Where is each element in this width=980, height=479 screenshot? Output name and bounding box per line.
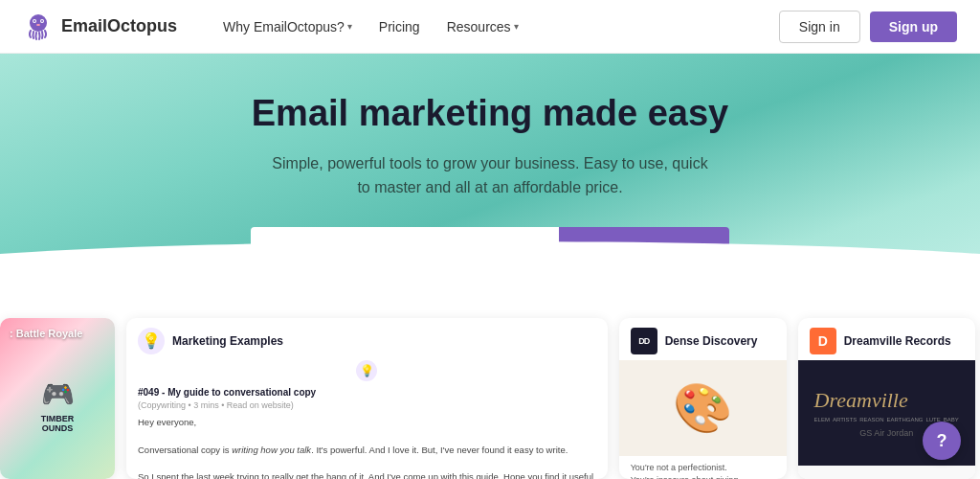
signup-button[interactable]: Sign up — [870, 11, 957, 42]
chevron-down-icon: ▾ — [347, 21, 352, 32]
marketing-body: Hey everyone, Conversational copy is wri… — [138, 416, 596, 479]
dreamville-logo: D — [810, 328, 836, 354]
marketing-highlight: #049 - My guide to conversational copy — [138, 385, 596, 399]
dense-logo: DD — [631, 328, 657, 354]
svg-point-3 — [33, 20, 35, 22]
card-dense-discovery: DD Dense Discovery 🎨 You're not a perfec… — [619, 318, 787, 479]
dreamville-title: Dreamville Records — [844, 334, 951, 348]
nav-pricing[interactable]: Pricing — [368, 13, 432, 40]
nav-why-emailoctopus[interactable]: Why EmailOctopus? ▾ — [212, 13, 364, 40]
battle-royale-label: : Battle Royale — [0, 318, 115, 349]
signin-button[interactable]: Sign in — [779, 11, 860, 43]
hero-subtitle: Simple, powerful tools to grow your busi… — [270, 151, 710, 200]
card-battle-royale: 🎮 TIMBEROUNDS : Battle Royale — [0, 318, 115, 479]
dense-image: 🎨 — [619, 360, 787, 456]
card-marketing-header: 💡 Marketing Examples — [126, 318, 608, 360]
hero-section: Email marketing made easy Simple, powerf… — [0, 54, 980, 299]
dense-body: You're not a perfectionist. You're insec… — [619, 456, 787, 479]
navbar: EmailOctopus Why EmailOctopus? ▾ Pricing… — [0, 0, 980, 54]
card-marketing-examples: 💡 Marketing Examples 💡 #049 - My guide t… — [126, 318, 608, 479]
marketing-content: 💡 #049 - My guide to conversational copy… — [126, 360, 608, 479]
marketing-sub-icon: 💡 — [356, 360, 377, 381]
cta-button[interactable]: Start for free today — [559, 227, 729, 270]
dense-title: Dense Discovery — [665, 334, 758, 348]
hero-form: Start for free today — [251, 227, 729, 270]
svg-point-4 — [41, 20, 43, 22]
email-examples-row: 🎮 TIMBEROUNDS : Battle Royale 💡 Marketin… — [0, 299, 980, 479]
hero-title: Email marketing made easy — [19, 92, 961, 136]
brand-name: EmailOctopus — [61, 16, 177, 36]
help-button[interactable]: ? — [923, 422, 961, 460]
logo-icon — [23, 11, 54, 42]
chevron-down-icon: ▾ — [514, 21, 519, 32]
marketing-logo: 💡 — [138, 328, 165, 354]
nav-links: Why EmailOctopus? ▾ Pricing Resources ▾ — [212, 13, 779, 40]
nav-actions: Sign in Sign up — [779, 11, 957, 43]
dreamville-script: Dreamville — [814, 388, 959, 413]
card-dense-header: DD Dense Discovery — [619, 318, 787, 360]
marketing-title: Marketing Examples — [172, 334, 283, 348]
nav-resources[interactable]: Resources ▾ — [435, 13, 530, 40]
svg-point-5 — [36, 24, 40, 26]
email-input[interactable] — [251, 227, 559, 270]
card-dreamville-header: D Dreamville Records — [798, 318, 975, 360]
logo[interactable]: EmailOctopus — [23, 11, 177, 42]
svg-point-0 — [30, 14, 47, 32]
marketing-meta: (Copywriting • 3 mins • Read on website) — [138, 399, 596, 413]
